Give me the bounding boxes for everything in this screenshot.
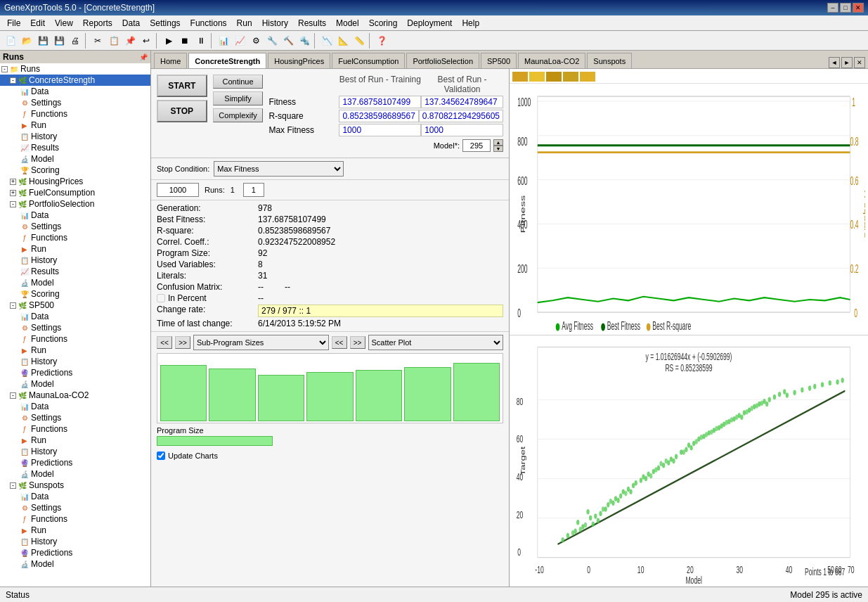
tree-maunaloa-data[interactable]: 📊Data (0, 401, 150, 412)
tree-sunspots-settings[interactable]: ⚙Settings (0, 502, 150, 513)
menu-model[interactable]: Model (332, 17, 363, 30)
menu-history[interactable]: History (258, 17, 292, 30)
chart-type-select1[interactable]: Sub-Program Sizes (193, 335, 329, 350)
expand-fuel[interactable]: + (10, 190, 16, 196)
complexify-button[interactable]: Complexify (213, 108, 264, 122)
tab-housingprices[interactable]: HousingPrices (268, 53, 330, 68)
runs-count-input[interactable] (157, 183, 199, 197)
tree-maunaloa-predictions[interactable]: 🔮Predictions (0, 457, 150, 468)
color-bar-1[interactable] (512, 72, 528, 82)
toolbar-print[interactable]: 🖨 (67, 33, 83, 49)
tree-sp500[interactable]: - 🌿 SP500 (0, 300, 150, 311)
toolbar-more6[interactable]: 📏 (351, 33, 367, 49)
toolbar-pause[interactable]: ⏸ (193, 33, 209, 49)
toolbar-save2[interactable]: 💾 (51, 33, 67, 49)
tree-concrete-model[interactable]: 🔬 Model (0, 153, 150, 165)
tree-maunaloa[interactable]: - 🌿 MaunaLoa-CO2 (0, 390, 150, 401)
simplify-button[interactable]: Simplify (213, 91, 264, 105)
model-up-btn[interactable]: ▲ (493, 139, 503, 146)
tree-concrete-history[interactable]: 📋 History (0, 131, 150, 142)
tree-portfolio-results[interactable]: 📈 Results (0, 266, 150, 277)
tree-sunspots-predictions[interactable]: 🔮Predictions (0, 547, 150, 558)
toolbar-copy[interactable]: 📋 (106, 33, 122, 49)
tree-runs-root[interactable]: - 📁 Runs (0, 63, 150, 75)
tree-concrete-data[interactable]: 📊 Data (0, 86, 150, 97)
nav-left2-btn[interactable]: << (332, 336, 347, 349)
close-button[interactable]: ✕ (853, 3, 864, 13)
toolbar-more4[interactable]: 📉 (319, 33, 335, 49)
chart-type-select2[interactable]: Scatter Plot (368, 335, 504, 350)
tree-portfolio-run[interactable]: ▶ Run (0, 243, 150, 255)
toolbar-save[interactable]: 💾 (35, 33, 51, 49)
model-down-btn[interactable]: ▼ (493, 146, 503, 152)
menu-results[interactable]: Results (294, 17, 330, 30)
tree-concretestrength[interactable]: - 🌿 ConcreteStrength (0, 75, 150, 86)
update-charts-checkbox[interactable] (157, 452, 165, 460)
tab-sunspots[interactable]: Sunspots (587, 53, 632, 68)
toolbar-settings[interactable]: ⚙ (248, 33, 264, 49)
maximize-button[interactable]: □ (840, 3, 851, 13)
nav-right2-btn[interactable]: >> (350, 336, 365, 349)
tab-close[interactable]: ✕ (854, 57, 865, 68)
tree-concrete-scoring[interactable]: 🏆 Scoring (0, 165, 150, 176)
tree-sp500-data[interactable]: 📊 Data (0, 311, 150, 322)
tree-sp500-history[interactable]: 📋 History (0, 356, 150, 367)
continue-button[interactable]: Continue (213, 75, 264, 89)
tab-maunaloa[interactable]: MaunaLoa-CO2 (518, 53, 585, 68)
menu-reports[interactable]: Reports (79, 17, 117, 30)
stop-condition-select[interactable]: Max Fitness (214, 161, 344, 177)
nav-left1-btn[interactable]: << (157, 336, 172, 349)
toolbar-paste[interactable]: 📌 (122, 33, 138, 49)
toolbar-more3[interactable]: 🔩 (297, 33, 312, 49)
menu-scoring[interactable]: Scoring (365, 17, 402, 30)
tree-portfolio-model[interactable]: 🔬 Model (0, 277, 150, 288)
tree-portfolio-scoring[interactable]: 🏆 Scoring (0, 288, 150, 300)
nav-right1-btn[interactable]: >> (175, 336, 190, 349)
menu-help[interactable]: Help (458, 17, 484, 30)
expand-portfolio[interactable]: - (10, 201, 16, 207)
tree-maunaloa-settings[interactable]: ⚙Settings (0, 412, 150, 423)
tree-maunaloa-functions[interactable]: ƒFunctions (0, 423, 150, 435)
menu-run[interactable]: Run (233, 17, 257, 30)
toolbar-more2[interactable]: 🔨 (280, 33, 296, 49)
tree-maunaloa-model[interactable]: 🔬Model (0, 468, 150, 480)
tree-sp500-run[interactable]: ▶ Run (0, 345, 150, 356)
color-bar-3[interactable] (546, 72, 562, 82)
tab-nav-right[interactable]: ► (841, 57, 853, 68)
toolbar-cut[interactable]: ✂ (90, 33, 105, 49)
toolbar-more5[interactable]: 📐 (335, 33, 351, 49)
tree-sp500-predictions[interactable]: 🔮 Predictions (0, 367, 150, 378)
tree-concrete-run[interactable]: ▶ Run (0, 120, 150, 131)
tree-portfolio-data[interactable]: 📊 Data (0, 210, 150, 221)
tab-portfolioselection[interactable]: PortfolioSelection (406, 53, 479, 68)
expand-concrete[interactable]: - (10, 77, 16, 84)
tree-concrete-functions[interactable]: ƒ Functions (0, 108, 150, 120)
toolbar-chart[interactable]: 📊 (216, 33, 231, 49)
tree-maunaloa-run[interactable]: ▶Run (0, 435, 150, 446)
minimize-button[interactable]: – (827, 3, 838, 13)
expand-maunaloa[interactable]: - (10, 392, 16, 399)
toolbar-new[interactable]: 📄 (3, 33, 18, 49)
menu-view[interactable]: View (51, 17, 77, 30)
tree-portfolio-settings[interactable]: ⚙ Settings (0, 221, 150, 232)
tab-concretestrength[interactable]: ConcreteStrength (188, 53, 266, 68)
toolbar-help[interactable]: ❓ (374, 33, 389, 49)
tree-portfolioselection[interactable]: - 🌿 PortfolioSelection (0, 198, 150, 210)
tree-sunspots-data[interactable]: 📊Data (0, 491, 150, 502)
tab-sp500[interactable]: SP500 (481, 53, 517, 68)
menu-edit[interactable]: Edit (26, 17, 49, 30)
toolbar-stop[interactable]: ⏹ (177, 33, 193, 49)
color-bar-5[interactable] (580, 72, 595, 82)
menu-settings[interactable]: Settings (145, 17, 184, 30)
tab-home[interactable]: Home (154, 53, 187, 68)
toolbar-more1[interactable]: 🔧 (264, 33, 280, 49)
menu-functions[interactable]: Functions (186, 17, 231, 30)
tree-concrete-settings[interactable]: ⚙ Settings (0, 97, 150, 108)
toolbar-data[interactable]: 📈 (232, 33, 247, 49)
tree-portfolio-history[interactable]: 📋 History (0, 255, 150, 266)
runs-num-input[interactable] (243, 183, 264, 197)
expand-runs[interactable]: - (1, 66, 8, 72)
tree-portfolio-functions[interactable]: ƒ Functions (0, 232, 150, 243)
toolbar-undo[interactable]: ↩ (138, 33, 154, 49)
tree-sunspots-run[interactable]: ▶Run (0, 525, 150, 536)
